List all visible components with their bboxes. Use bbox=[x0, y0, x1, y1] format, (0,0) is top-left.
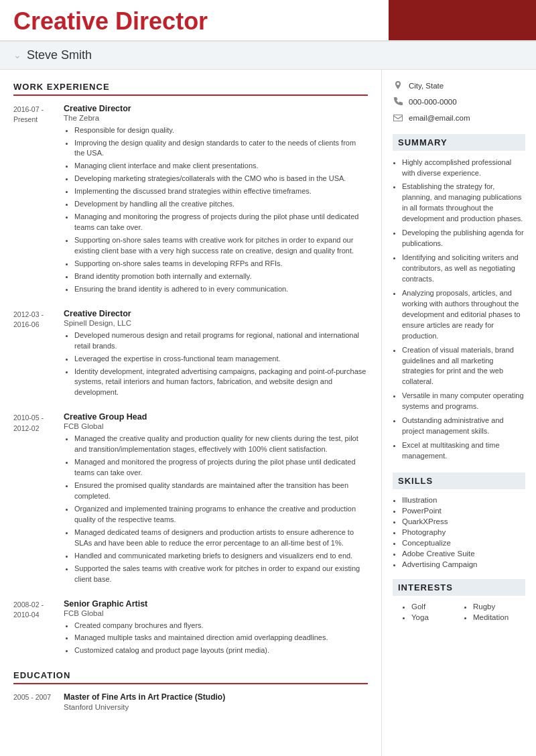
summary-item: Versatile in many computer operating sys… bbox=[402, 391, 525, 412]
work-experience-header: WORK EXPERIENCE bbox=[13, 82, 368, 96]
work-bullets: Responsible for design quality.Improving… bbox=[64, 125, 368, 295]
work-bullet: Handled and communicated marketing brief… bbox=[74, 551, 368, 562]
email-icon bbox=[393, 113, 403, 123]
summary-item: Developing the publishing agenda for pub… bbox=[402, 228, 525, 249]
work-bullet: Managing client interface and make clien… bbox=[74, 161, 368, 172]
work-bullets: Managed the creative quality and product… bbox=[64, 434, 368, 584]
interest-item: Golf bbox=[411, 603, 464, 611]
interests-col1: GolfYoga bbox=[402, 603, 464, 624]
job-title: Creative Director bbox=[13, 8, 375, 35]
work-bullet: Ensured the promised quality standards a… bbox=[74, 481, 368, 502]
work-bullet: Developing marketing strategies/collater… bbox=[74, 174, 368, 184]
work-bullet: Managing and monitoring the progress of … bbox=[74, 212, 368, 233]
work-bullet: Ensuring the brand identity is adhered t… bbox=[74, 284, 368, 295]
work-bullet: Improving the design quality and design … bbox=[74, 138, 368, 160]
email-text: email@email.com bbox=[409, 114, 470, 122]
work-bullet: Leveraged the expertise in cross-functio… bbox=[74, 354, 368, 365]
interest-item: Yoga bbox=[411, 613, 464, 621]
work-bullet: Managed and monitored the progress of pr… bbox=[74, 457, 368, 479]
summary-item: Excel at multitasking and time managemen… bbox=[402, 440, 525, 462]
work-bullet: Supporting on-shore sales teams in devel… bbox=[74, 259, 368, 269]
candidate-name: Steve Smith bbox=[27, 48, 92, 62]
location-icon bbox=[393, 80, 403, 91]
skills-list: IllustrationPowerPointQuarkXPressPhotogr… bbox=[393, 496, 525, 568]
interests-col2: RugbyMeditation bbox=[464, 603, 525, 624]
summary-item: Highly accomplished professional with di… bbox=[402, 158, 525, 179]
work-bullet: Organized and implemented training progr… bbox=[74, 504, 368, 525]
work-details: Creative Group HeadFCB GlobalManaged the… bbox=[64, 412, 368, 586]
work-bullet: Brand identity promotion both internally… bbox=[74, 271, 368, 282]
work-bullet: Managed multiple tasks and maintained di… bbox=[74, 633, 368, 643]
edu-degree: Master of Fine Arts in Art Practice (Stu… bbox=[64, 692, 368, 702]
right-column: City, State 000-000-0000 email@email.com… bbox=[382, 70, 536, 756]
phone-icon bbox=[393, 97, 403, 107]
work-details: Creative DirectorThe ZebraResponsible fo… bbox=[64, 104, 368, 297]
work-bullets: Created company brochures and flyers.Man… bbox=[64, 621, 368, 657]
work-entry: 2008-02 - 2010-04Senior Graphic ArtistFC… bbox=[13, 599, 368, 659]
skill-item: Advertising Campaign bbox=[402, 560, 525, 568]
work-bullet: Developed numerous design and retail pro… bbox=[74, 330, 368, 352]
skill-item: PowerPoint bbox=[402, 507, 525, 515]
left-column: WORK EXPERIENCE 2016-07 - PresentCreativ… bbox=[0, 70, 382, 756]
work-bullet: Implementing the discussed brand strateg… bbox=[74, 186, 368, 197]
work-title: Creative Group Head bbox=[64, 412, 368, 422]
header-title-block: Creative Director bbox=[0, 0, 389, 40]
work-bullet: Identity development, integrated adverti… bbox=[74, 367, 368, 399]
work-company: The Zebra bbox=[64, 114, 368, 122]
work-title: Senior Graphic Artist bbox=[64, 599, 368, 609]
phone-text: 000-000-0000 bbox=[409, 98, 457, 106]
name-bar: ⌄ Steve Smith bbox=[0, 42, 536, 70]
summary-header: SUMMARY bbox=[393, 134, 525, 151]
summary-item: Analyzing proposals, articles, and worki… bbox=[402, 288, 525, 342]
summary-item: Identifying and soliciting writers and c… bbox=[402, 253, 525, 285]
summary-item: Outstanding administrative and project m… bbox=[402, 416, 525, 437]
header: Creative Director bbox=[0, 0, 536, 42]
edu-dates: 2005 - 2007 bbox=[13, 692, 64, 711]
work-bullet: Development by handling all the creative… bbox=[74, 199, 368, 210]
work-title: Creative Director bbox=[64, 309, 368, 318]
interests-grid: GolfYoga RugbyMeditation bbox=[393, 603, 525, 624]
contact-location: City, State bbox=[393, 80, 525, 91]
work-entries: 2016-07 - PresentCreative DirectorThe Ze… bbox=[13, 104, 368, 659]
work-bullet: Responsible for design quality. bbox=[74, 125, 368, 136]
resume-page: Creative Director ⌄ Steve Smith WORK EXP… bbox=[0, 0, 536, 756]
skill-item: Illustration bbox=[402, 496, 525, 504]
work-bullet: Customized catalog and product page layo… bbox=[74, 645, 368, 656]
work-dates: 2010-05 - 2012-02 bbox=[13, 412, 64, 586]
skill-item: Photography bbox=[402, 528, 525, 536]
work-bullets: Developed numerous design and retail pro… bbox=[64, 330, 368, 399]
work-company: Spinell Design, LLC bbox=[64, 319, 368, 327]
skill-item: QuarkXPress bbox=[402, 517, 525, 525]
summary-list: Highly accomplished professional with di… bbox=[393, 158, 525, 462]
header-accent bbox=[389, 0, 536, 40]
contact-email: email@email.com bbox=[393, 113, 525, 123]
work-dates: 2016-07 - Present bbox=[13, 104, 64, 297]
work-bullet: Managed the creative quality and product… bbox=[74, 434, 368, 455]
interest-item: Rugby bbox=[473, 603, 525, 611]
skill-item: Adobe Creative Suite bbox=[402, 550, 525, 558]
contact-phone: 000-000-0000 bbox=[393, 97, 525, 107]
skills-header: SKILLS bbox=[393, 472, 525, 489]
work-entry: 2010-05 - 2012-02Creative Group HeadFCB … bbox=[13, 412, 368, 586]
skill-item: Conceptualize bbox=[402, 539, 525, 547]
person-icon: ⌄ bbox=[13, 50, 21, 60]
education-header: EDUCATION bbox=[13, 670, 368, 684]
work-title: Creative Director bbox=[64, 104, 368, 113]
work-details: Senior Graphic ArtistFCB GlobalCreated c… bbox=[64, 599, 368, 659]
work-entry: 2012-03 - 2016-06Creative DirectorSpinel… bbox=[13, 309, 368, 401]
edu-details: Master of Fine Arts in Art Practice (Stu… bbox=[64, 692, 368, 711]
work-entry: 2016-07 - PresentCreative DirectorThe Ze… bbox=[13, 104, 368, 297]
interest-item: Meditation bbox=[473, 613, 525, 621]
work-bullet: Supported the sales teams with creative … bbox=[74, 564, 368, 585]
location-text: City, State bbox=[409, 82, 444, 90]
main-content: WORK EXPERIENCE 2016-07 - PresentCreativ… bbox=[0, 70, 536, 756]
work-bullet: Supporting on-shore sales teams with cre… bbox=[74, 235, 368, 257]
edu-entry: 2005 - 2007Master of Fine Arts in Art Pr… bbox=[13, 692, 368, 711]
work-dates: 2012-03 - 2016-06 bbox=[13, 309, 64, 401]
work-bullet: Managed dedicated teams of designers and… bbox=[74, 527, 368, 549]
education-entries: 2005 - 2007Master of Fine Arts in Art Pr… bbox=[13, 692, 368, 711]
work-company: FCB Global bbox=[64, 609, 368, 617]
edu-school: Stanford University bbox=[64, 703, 368, 711]
work-dates: 2008-02 - 2010-04 bbox=[13, 599, 64, 659]
summary-item: Creation of visual materials, brand guid… bbox=[402, 345, 525, 388]
